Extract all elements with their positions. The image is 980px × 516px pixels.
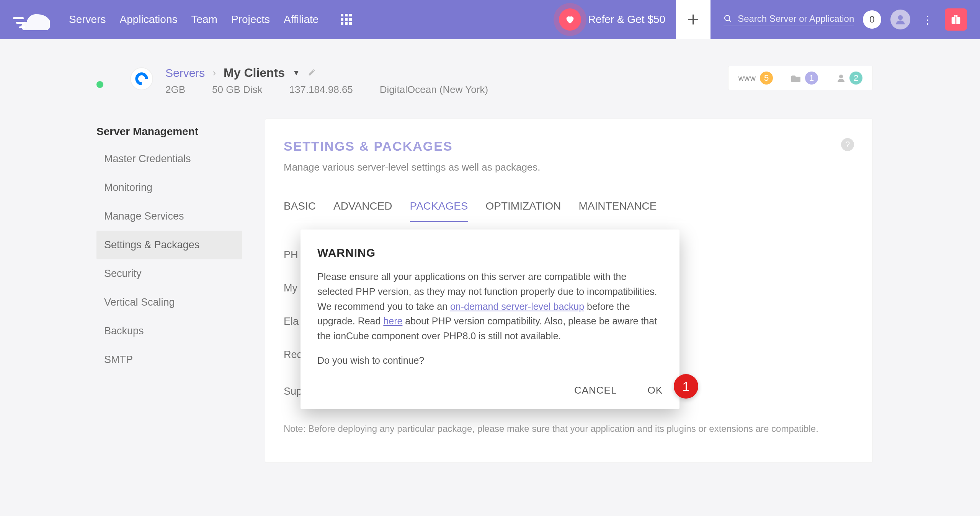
panel-tabs: BASIC ADVANCED PACKAGES OPTIMIZATION MAI… bbox=[284, 200, 854, 222]
nav-affiliate[interactable]: Affiliate bbox=[284, 13, 318, 26]
help-icon[interactable]: ? bbox=[841, 138, 854, 151]
side-backups[interactable]: Backups bbox=[96, 317, 242, 345]
side-menu: Server Management Master Credentials Mon… bbox=[96, 119, 242, 463]
svg-rect-4 bbox=[345, 14, 348, 16]
svg-rect-5 bbox=[349, 14, 352, 16]
user-icon bbox=[895, 14, 906, 25]
svg-rect-9 bbox=[341, 22, 343, 25]
nav-projects[interactable]: Projects bbox=[231, 13, 270, 26]
side-vertical-scaling[interactable]: Vertical Scaling bbox=[96, 288, 242, 317]
apps-grid-icon[interactable] bbox=[341, 14, 352, 25]
edit-icon[interactable] bbox=[308, 68, 316, 78]
here-link[interactable]: here bbox=[383, 316, 402, 326]
svg-rect-2 bbox=[19, 26, 25, 28]
nav-servers[interactable]: Servers bbox=[69, 13, 106, 26]
modal-body: Please ensure all your applications on t… bbox=[317, 269, 663, 343]
nav-applications[interactable]: Applications bbox=[119, 13, 177, 26]
nav-links: Servers Applications Team Projects Affil… bbox=[69, 13, 318, 26]
svg-point-23 bbox=[839, 75, 843, 78]
global-search[interactable] bbox=[724, 13, 854, 26]
top-nav: Servers Applications Team Projects Affil… bbox=[0, 0, 980, 39]
side-master-credentials[interactable]: Master Credentials bbox=[96, 145, 242, 173]
avatar[interactable] bbox=[890, 10, 910, 29]
svg-rect-6 bbox=[341, 18, 343, 21]
tab-packages[interactable]: PACKAGES bbox=[410, 200, 468, 222]
server-header: Servers › My Clients ▼ 2GB 50 GB Disk 13… bbox=[130, 66, 873, 96]
server-disk: 50 GB Disk bbox=[212, 84, 263, 96]
brand-logo[interactable] bbox=[0, 9, 61, 30]
search-icon bbox=[724, 14, 732, 24]
badge-users-count: 2 bbox=[849, 72, 862, 85]
svg-rect-19 bbox=[956, 17, 957, 24]
ok-button[interactable]: OK bbox=[647, 384, 663, 396]
svg-rect-13 bbox=[688, 19, 698, 20]
side-manage-services[interactable]: Manage Services bbox=[96, 202, 242, 231]
folder-icon bbox=[791, 74, 801, 82]
svg-rect-0 bbox=[13, 17, 24, 19]
badge-www[interactable]: www 5 bbox=[738, 72, 773, 85]
user-small-icon bbox=[836, 73, 846, 83]
badge-users[interactable]: 2 bbox=[836, 72, 862, 85]
server-status-dot bbox=[96, 81, 103, 88]
cloud-logo-icon bbox=[11, 9, 50, 30]
breadcrumb-root[interactable]: Servers bbox=[165, 67, 205, 80]
cancel-button[interactable]: CANCEL bbox=[574, 384, 617, 396]
backup-link[interactable]: on-demand server-level backup bbox=[450, 301, 584, 312]
tab-advanced[interactable]: ADVANCED bbox=[333, 200, 392, 222]
side-monitoring[interactable]: Monitoring bbox=[96, 173, 242, 202]
gift-button[interactable] bbox=[945, 8, 967, 31]
svg-line-15 bbox=[729, 20, 731, 21]
svg-rect-3 bbox=[341, 14, 343, 16]
svg-point-14 bbox=[725, 15, 730, 21]
badge-folder[interactable]: 1 bbox=[791, 72, 818, 85]
search-input[interactable] bbox=[738, 13, 854, 24]
add-button[interactable] bbox=[676, 0, 710, 39]
tab-optimization[interactable]: OPTIMIZATION bbox=[486, 200, 561, 222]
svg-rect-20 bbox=[139, 82, 142, 85]
nav-team[interactable]: Team bbox=[191, 13, 217, 26]
notifications-badge[interactable]: 0 bbox=[863, 10, 881, 29]
svg-rect-22 bbox=[136, 79, 137, 80]
side-smtp[interactable]: SMTP bbox=[96, 345, 242, 374]
panel-title: SETTINGS & PACKAGES bbox=[284, 139, 854, 154]
heart-icon bbox=[559, 8, 581, 31]
svg-point-16 bbox=[898, 15, 903, 20]
refer-link[interactable]: Refer & Get $50 bbox=[559, 8, 665, 31]
badge-folder-count: 1 bbox=[805, 72, 818, 85]
svg-rect-7 bbox=[345, 18, 348, 21]
side-security[interactable]: Security bbox=[96, 259, 242, 288]
side-menu-title: Server Management bbox=[96, 119, 242, 145]
plus-icon bbox=[688, 14, 699, 25]
side-settings-packages[interactable]: Settings & Packages bbox=[96, 231, 242, 259]
refer-label: Refer & Get $50 bbox=[588, 13, 665, 26]
tab-basic[interactable]: BASIC bbox=[284, 200, 316, 222]
server-ram: 2GB bbox=[165, 84, 185, 96]
badge-www-count: 5 bbox=[760, 72, 773, 85]
panel-note: Note: Before deploying any particular pa… bbox=[284, 423, 854, 434]
svg-rect-1 bbox=[16, 22, 24, 24]
top-right-tools: 0 ⋮ bbox=[710, 8, 980, 31]
breadcrumb-current: My Clients bbox=[224, 66, 285, 80]
chevron-down-icon[interactable]: ▼ bbox=[292, 68, 300, 77]
breadcrumb-separator: › bbox=[212, 67, 216, 79]
tab-maintenance[interactable]: MAINTENANCE bbox=[579, 200, 657, 222]
svg-rect-11 bbox=[349, 22, 352, 25]
svg-rect-8 bbox=[349, 18, 352, 21]
modal-title: WARNING bbox=[317, 246, 663, 259]
annotation-bubble: 1 bbox=[674, 374, 698, 399]
header-badges: www 5 1 2 bbox=[728, 66, 873, 90]
server-ip: 137.184.98.65 bbox=[289, 84, 353, 96]
panel-subtitle: Manage various server-level settings as … bbox=[284, 161, 854, 173]
svg-rect-21 bbox=[137, 80, 139, 82]
server-provider-location: DigitalOcean (New York) bbox=[380, 84, 488, 96]
digitalocean-icon bbox=[134, 71, 149, 86]
gift-icon bbox=[950, 14, 962, 25]
more-menu[interactable]: ⋮ bbox=[920, 13, 936, 26]
warning-modal: WARNING Please ensure all your applicati… bbox=[301, 230, 679, 409]
modal-question: Do you wish to continue? bbox=[317, 355, 663, 366]
svg-rect-10 bbox=[345, 22, 348, 25]
www-icon: www bbox=[738, 74, 756, 83]
provider-icon bbox=[130, 67, 153, 90]
